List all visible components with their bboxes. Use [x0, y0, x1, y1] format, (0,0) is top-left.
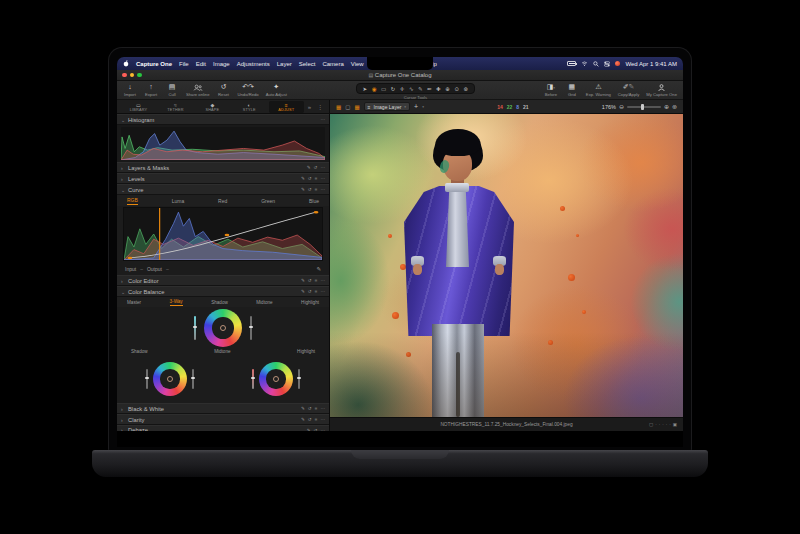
tab-shape[interactable]: ◆ SHAPE: [195, 101, 230, 113]
tab-adjust[interactable]: ≡ ADJUST: [269, 101, 304, 113]
control-center-icon[interactable]: [604, 61, 610, 67]
midtone-color-wheel[interactable]: [204, 309, 242, 347]
tab-tether[interactable]: ≈ TETHER: [158, 101, 193, 113]
menu-layer[interactable]: Layer: [277, 61, 292, 67]
tool-loupe-icon[interactable]: ⊛: [464, 84, 469, 94]
undo-redo-button[interactable]: ↶↷ Undo/Redo: [238, 83, 259, 97]
panel-menu-icon[interactable]: ≡: [315, 187, 318, 192]
panel-pen-icon[interactable]: ✎: [301, 176, 305, 181]
footer-dot[interactable]: ·: [659, 422, 661, 427]
tab-overflow-icon[interactable]: »: [306, 104, 313, 110]
panel-more-icon[interactable]: ⋯: [320, 187, 325, 192]
menu-edit[interactable]: Edit: [196, 61, 206, 67]
add-layer-caret-icon[interactable]: ▾: [422, 105, 424, 109]
panel-reset-icon[interactable]: ↺: [308, 176, 312, 181]
panel-more-icon[interactable]: ⋯: [320, 289, 325, 294]
panel-pen-icon[interactable]: ✎: [307, 165, 311, 170]
panel-menu-icon[interactable]: ≡: [315, 417, 318, 422]
zoom-level[interactable]: 176%: [602, 104, 616, 110]
panel-menu-icon[interactable]: ≡: [315, 406, 318, 411]
copy-apply-button[interactable]: ✐✎ Copy/Apply: [618, 83, 639, 97]
exposure-warning-button[interactable]: ⚠ Exp. Warning: [586, 83, 611, 97]
tool-draw-mask-icon[interactable]: ✎: [418, 84, 423, 94]
grid-button[interactable]: ▦ Grid: [565, 83, 579, 97]
curve-tab-green[interactable]: Green: [261, 197, 275, 205]
tab-library[interactable]: ▭ LIBRARY: [121, 101, 156, 113]
footer-dot[interactable]: ·: [669, 422, 671, 427]
wifi-icon[interactable]: [581, 61, 588, 66]
curve-tab-luma[interactable]: Luma: [172, 197, 185, 205]
curve-graph[interactable]: [117, 206, 329, 262]
histogram-panel-header[interactable]: ⌄ Histogram ⋯: [117, 114, 329, 125]
highlight-color-wheel[interactable]: [259, 362, 293, 396]
panel-more-icon[interactable]: ⋯: [320, 278, 325, 283]
search-icon[interactable]: [593, 61, 599, 67]
midtone-saturation-slider[interactable]: [194, 316, 196, 340]
cb-tab-highlight[interactable]: Highlight: [301, 299, 319, 306]
panel-pen-icon[interactable]: ✎: [301, 289, 305, 294]
shadow-color-wheel[interactable]: [153, 362, 187, 396]
color-editor-panel-header[interactable]: › Color Editor ✎ ↺ ≡ ⋯: [117, 275, 329, 286]
curve-tab-red[interactable]: Red: [218, 197, 227, 205]
panel-menu-icon[interactable]: ≡: [315, 289, 318, 294]
panel-more-icon[interactable]: ⋯: [320, 406, 325, 411]
tool-move-icon[interactable]: ✛: [400, 84, 405, 94]
layer-select[interactable]: ≡ Image Layer ▾: [364, 102, 410, 111]
cb-tab-midtone[interactable]: Midtone: [256, 299, 272, 306]
menu-adjustments[interactable]: Adjustments: [237, 61, 270, 67]
tool-heal-icon[interactable]: ✚: [436, 84, 441, 94]
panel-pen-icon[interactable]: ✎: [301, 417, 305, 422]
tool-erase-mask-icon[interactable]: ✏: [427, 84, 432, 94]
color-balance-panel-header[interactable]: ⌄ Color Balance ✎ ↺ ≡ ⋯: [117, 286, 329, 297]
panel-menu-icon[interactable]: ≡: [315, 278, 318, 283]
tool-curve-icon[interactable]: ∿: [409, 84, 414, 94]
footer-dot[interactable]: ·: [666, 422, 668, 427]
tool-spot-icon[interactable]: ⊙: [454, 84, 459, 94]
proof-margin-icon-1[interactable]: ▦: [336, 104, 341, 110]
tab-kebab-icon[interactable]: ⋮: [315, 103, 325, 110]
zoom-slider[interactable]: [627, 106, 661, 108]
cb-tab-shadow[interactable]: Shadow: [211, 299, 228, 306]
zoom-out-icon[interactable]: ⊖: [619, 103, 624, 110]
curve-picker-icon[interactable]: ✎: [316, 266, 321, 272]
battery-icon[interactable]: [567, 61, 576, 66]
zoom-in-icon[interactable]: ⊕: [664, 103, 669, 110]
panel-more-icon[interactable]: ⋯: [320, 417, 325, 422]
share-online-button[interactable]: Share online: [186, 83, 210, 97]
midtone-lightness-slider[interactable]: [250, 316, 252, 340]
before-button[interactable]: ◨▾ Before: [544, 83, 558, 97]
highlight-lightness-slider[interactable]: [298, 369, 300, 389]
panel-menu-icon[interactable]: ≡: [315, 176, 318, 181]
menu-view[interactable]: View: [351, 61, 364, 67]
tool-pan-icon[interactable]: ◉: [372, 84, 377, 94]
panel-reset-icon[interactable]: ↺: [308, 417, 312, 422]
tool-clone-icon[interactable]: ⊕: [445, 84, 450, 94]
footer-dot[interactable]: ·: [655, 422, 657, 427]
reset-button[interactable]: ↺ Reset: [217, 83, 231, 97]
panel-reset-icon[interactable]: ↺: [314, 165, 318, 170]
my-capture-one-button[interactable]: My Capture One: [646, 83, 677, 97]
zoom-slider-thumb[interactable]: [641, 104, 644, 110]
curve-output-value[interactable]: –: [166, 266, 169, 272]
footer-dot[interactable]: ·: [662, 422, 664, 427]
proof-margin-icon-3[interactable]: ▦: [354, 104, 359, 110]
curve-tab-blue[interactable]: Blue: [309, 197, 319, 205]
footer-square-icon[interactable]: ▢: [649, 422, 653, 427]
panel-reset-icon[interactable]: ↺: [308, 406, 312, 411]
photo-canvas[interactable]: [330, 114, 683, 417]
levels-panel-header[interactable]: › Levels ✎ ↺ ≡ ⋯: [117, 173, 329, 184]
menu-file[interactable]: File: [179, 61, 189, 67]
panel-reset-icon[interactable]: ↺: [308, 289, 312, 294]
panel-more-icon[interactable]: ⋯: [320, 165, 325, 170]
apple-logo-icon[interactable]: [123, 60, 129, 67]
black-white-panel-header[interactable]: › Black & White ✎ ↺ ≡ ⋯: [117, 403, 329, 414]
menu-camera[interactable]: Camera: [322, 61, 343, 67]
tool-rotate-icon[interactable]: ↻: [391, 84, 396, 94]
panel-reset-icon[interactable]: ↺: [308, 278, 312, 283]
auto-adjust-button[interactable]: ✦ Auto Adjust: [266, 83, 287, 97]
cb-tab-3way[interactable]: 3-Way: [170, 298, 183, 306]
menu-select[interactable]: Select: [299, 61, 316, 67]
layers-masks-panel-header[interactable]: › Layers & Masks ✎ ↺ ⋯: [117, 162, 329, 173]
tool-crop-icon[interactable]: ▭: [381, 84, 386, 94]
panel-more-icon[interactable]: ⋯: [320, 117, 325, 122]
